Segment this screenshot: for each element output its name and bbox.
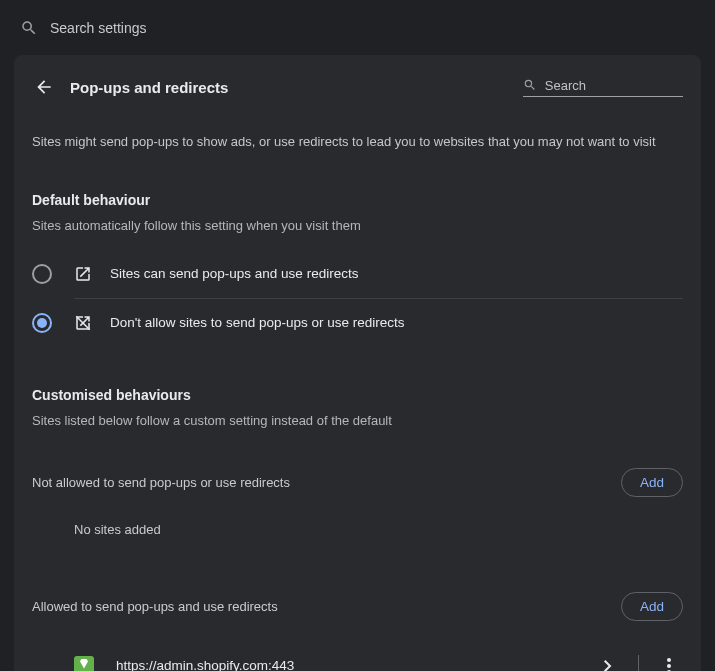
allowed-label: Allowed to send pop-ups and use redirect… bbox=[32, 599, 278, 614]
top-search-bar[interactable]: Search settings bbox=[0, 0, 715, 55]
radio-option-allow-label: Sites can send pop-ups and use redirects bbox=[110, 266, 358, 281]
chevron-right-icon bbox=[604, 660, 612, 672]
default-behaviour-title: Default behaviour bbox=[32, 192, 683, 208]
allowed-add-button[interactable]: Add bbox=[621, 592, 683, 621]
svg-point-2 bbox=[667, 664, 671, 668]
customised-subtitle: Sites listed below follow a custom setti… bbox=[32, 413, 683, 428]
settings-panel: Pop-ups and redirects Sites might send p… bbox=[14, 55, 701, 671]
site-actions bbox=[594, 652, 683, 672]
vertical-divider bbox=[638, 655, 639, 672]
more-vertical-icon bbox=[667, 658, 671, 672]
not-allowed-add-button[interactable]: Add bbox=[621, 468, 683, 497]
not-allowed-header: Not allowed to send pop-ups or use redir… bbox=[32, 468, 683, 497]
default-behaviour-subtitle: Sites automatically follow this setting … bbox=[32, 218, 683, 233]
page-header: Pop-ups and redirects bbox=[14, 55, 701, 107]
not-allowed-empty-message: No sites added bbox=[74, 522, 683, 537]
page-description: Sites might send pop-ups to show ads, or… bbox=[32, 132, 683, 152]
default-behaviour-radio-group: Sites can send pop-ups and use redirects… bbox=[32, 258, 683, 347]
top-search-placeholder: Search settings bbox=[50, 20, 147, 36]
search-icon bbox=[20, 19, 38, 37]
radio-unselected-icon bbox=[32, 264, 52, 284]
arrow-left-icon bbox=[34, 77, 54, 97]
site-url: https://admin.shopify.com:443 bbox=[116, 658, 594, 671]
radio-option-allow[interactable]: Sites can send pop-ups and use redirects bbox=[32, 258, 683, 298]
back-button[interactable] bbox=[32, 75, 56, 99]
site-favicon-shopify bbox=[74, 656, 94, 672]
allowed-site-row[interactable]: https://admin.shopify.com:443 bbox=[32, 646, 683, 672]
customised-title: Customised behaviours bbox=[32, 387, 683, 403]
page-title: Pop-ups and redirects bbox=[70, 79, 523, 96]
popup-block-icon bbox=[74, 314, 92, 332]
svg-point-1 bbox=[667, 658, 671, 662]
site-expand-button[interactable] bbox=[594, 652, 622, 672]
page-content: Sites might send pop-ups to show ads, or… bbox=[14, 107, 701, 671]
radio-option-block[interactable]: Don't allow sites to send pop-ups or use… bbox=[32, 299, 683, 347]
radio-option-block-label: Don't allow sites to send pop-ups or use… bbox=[110, 315, 404, 330]
not-allowed-label: Not allowed to send pop-ups or use redir… bbox=[32, 475, 290, 490]
site-more-button[interactable] bbox=[655, 652, 683, 672]
radio-selected-icon bbox=[32, 313, 52, 333]
inline-search-field[interactable] bbox=[523, 77, 683, 97]
inline-search-input[interactable] bbox=[545, 78, 683, 93]
popup-allow-icon bbox=[74, 265, 92, 283]
allowed-header: Allowed to send pop-ups and use redirect… bbox=[32, 592, 683, 621]
search-icon bbox=[523, 77, 537, 93]
